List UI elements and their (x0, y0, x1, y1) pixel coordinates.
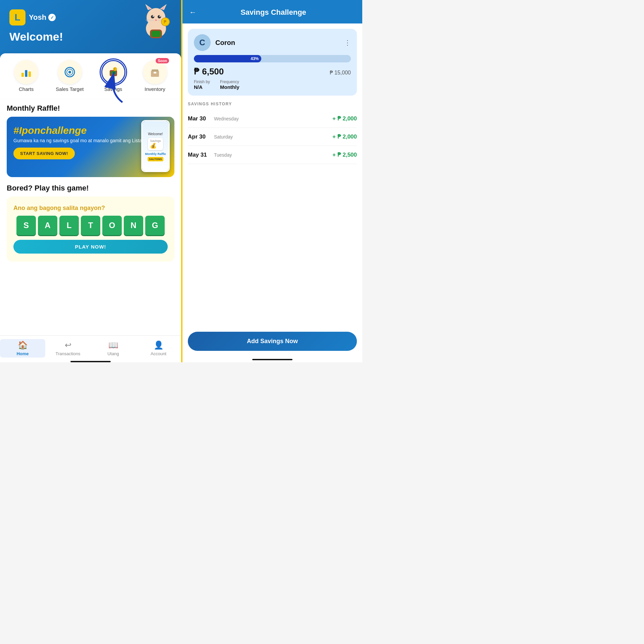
savings-challenge-title: Savings Challenge (201, 8, 345, 17)
history-day-apr30: Apr 30 (188, 133, 206, 140)
svg-rect-20 (25, 70, 28, 77)
current-amount: ₱ 6,500 (194, 66, 224, 77)
svg-rect-29 (151, 71, 159, 77)
finish-by-value: N/A (194, 84, 203, 90)
quick-nav: Charts Sales Target ₱ (0, 53, 181, 99)
nav-item-charts[interactable]: Charts (14, 60, 38, 92)
finish-by: Finish by N/A (194, 79, 210, 90)
svg-rect-16 (151, 31, 161, 37)
transactions-icon: ↩ (65, 340, 71, 350)
bottom-nav: 🏠 Home ↩ Transactions 📖 Utang 👤 Account (0, 335, 181, 360)
tile-A: A (38, 216, 57, 235)
account-icon: 👤 (154, 340, 164, 350)
svg-point-24 (68, 71, 71, 73)
left-panel: L Yosh ✓ Welcome! (0, 0, 181, 362)
finish-by-label: Finish by (194, 79, 210, 84)
nav-item-sales-target[interactable]: Sales Target (56, 60, 84, 92)
history-amount-mar30: + ₱ 2,000 (332, 115, 357, 122)
charts-label: Charts (19, 86, 34, 92)
utang-label: Utang (107, 351, 119, 356)
utang-icon: 📖 (108, 340, 118, 350)
bottom-nav-account[interactable]: 👤 Account (136, 339, 181, 358)
svg-text:₱: ₱ (164, 19, 167, 24)
verified-icon: ✓ (48, 14, 56, 21)
user-name: Yosh ✓ (29, 13, 56, 22)
word-tiles: S A L T O N G (13, 216, 168, 235)
frequency-value: Monthly (220, 84, 239, 90)
add-savings-wrap: Add Savings Now (182, 326, 362, 359)
frequency-label: Frequency (220, 79, 239, 84)
phone-screen: Welcome! Savings 💰 Monthly Raffle SALTON… (142, 121, 169, 171)
right-panel: ← Savings Challenge C Coron ⋮ 43% ₱ 6,50… (182, 0, 362, 362)
tile-O: O (102, 216, 122, 235)
more-options-button[interactable]: ⋮ (344, 39, 351, 47)
start-saving-button[interactable]: START SAVING NOW! (13, 148, 75, 159)
history-weekday-mar30: Wednesday (214, 116, 239, 121)
nav-item-savings[interactable]: ₱ Savings (101, 60, 125, 92)
phone-mockup: Welcome! Savings 💰 Monthly Raffle SALTON… (141, 120, 170, 172)
svg-rect-21 (29, 71, 31, 77)
history-day-may31: May 31 (188, 152, 207, 158)
add-savings-button[interactable]: Add Savings Now (188, 332, 357, 351)
inventory-icon-wrap: Soon (143, 60, 167, 84)
back-button[interactable]: ← (189, 8, 197, 17)
tile-S: S (16, 216, 36, 235)
cat-mascot: ₱ (138, 3, 174, 40)
app-logo: L (9, 9, 25, 25)
target-amount: ₱ 15,000 (330, 69, 351, 76)
history-amount-apr30: + ₱ 2,000 (332, 133, 357, 140)
game-section: Ano ang bagong salita ngayon? S A L T O … (7, 197, 174, 262)
savings-card: C Coron ⋮ 43% ₱ 6,500 ₱ 15,000 Finish by… (188, 29, 357, 96)
bottom-nav-home[interactable]: 🏠 Home (0, 339, 45, 358)
history-date-apr30: Apr 30 (188, 133, 211, 140)
amounts-row: ₱ 6,500 ₱ 15,000 (194, 66, 351, 77)
history-section: SAVINGS HISTORY Mar 30 Wednesday + ₱ 2,0… (182, 96, 362, 326)
svg-point-9 (159, 15, 161, 17)
history-date-may31: May 31 (188, 152, 211, 158)
details-row: Finish by N/A Frequency Monthly (194, 79, 351, 90)
game-question: Ano ang bagong salita ngayon? (13, 205, 168, 212)
monthly-raffle-title: Monthly Raffle! (7, 104, 174, 113)
bottom-indicator-left (70, 361, 111, 362)
svg-point-10 (155, 19, 157, 21)
play-now-button[interactable]: PLAY NOW! (13, 240, 168, 254)
tile-N: N (124, 216, 143, 235)
sales-target-label: Sales Target (56, 86, 84, 92)
history-amount-may31: + ₱ 2,500 (332, 151, 357, 158)
transactions-label: Transactions (56, 351, 80, 356)
card-header: C Coron ⋮ (194, 34, 351, 51)
history-date-mar30: Mar 30 (188, 115, 211, 122)
history-day-mar30: Mar 30 (188, 115, 206, 122)
raffle-banner[interactable]: #Iponchallenge Gumawa ka na ng savings g… (7, 117, 174, 177)
svg-rect-31 (154, 72, 156, 73)
frequency: Frequency Monthly (220, 79, 239, 90)
bottom-nav-utang[interactable]: 📖 Utang (91, 339, 136, 358)
charts-icon-wrap (14, 60, 38, 84)
avatar: C (194, 34, 211, 51)
progress-fill: 43% (194, 55, 261, 62)
history-item-mar30: Mar 30 Wednesday + ₱ 2,000 (188, 110, 357, 128)
game-section-title: Bored? Play this game! (7, 184, 174, 193)
svg-rect-19 (21, 73, 24, 77)
nav-item-inventory[interactable]: Soon Inventory (143, 60, 167, 92)
progress-bar: 43% (194, 55, 351, 62)
svg-point-8 (153, 15, 154, 17)
left-scroll: Monthly Raffle! #Iponchallenge Gumawa ka… (0, 99, 181, 335)
svg-point-6 (151, 15, 154, 18)
soon-badge: Soon (156, 58, 169, 63)
history-item-may31: May 31 Tuesday + ₱ 2,500 (188, 146, 357, 164)
savings-label: Savings (104, 86, 122, 92)
history-item-apr30: Apr 30 Saturday + ₱ 2,000 (188, 128, 357, 146)
tile-T: T (81, 216, 100, 235)
home-icon: 🏠 (18, 340, 28, 350)
tile-G: G (145, 216, 165, 235)
savings-icon-wrap: ₱ (101, 60, 125, 84)
bottom-nav-transactions[interactable]: ↩ Transactions (45, 339, 91, 358)
progress-percent: 43% (251, 56, 259, 61)
history-title: SAVINGS HISTORY (188, 96, 357, 110)
history-weekday-apr30: Saturday (214, 134, 233, 140)
right-header: ← Savings Challenge (182, 0, 362, 23)
savings-name: Coron (215, 39, 339, 47)
inventory-label: Inventory (145, 86, 165, 92)
account-label: Account (151, 351, 166, 356)
